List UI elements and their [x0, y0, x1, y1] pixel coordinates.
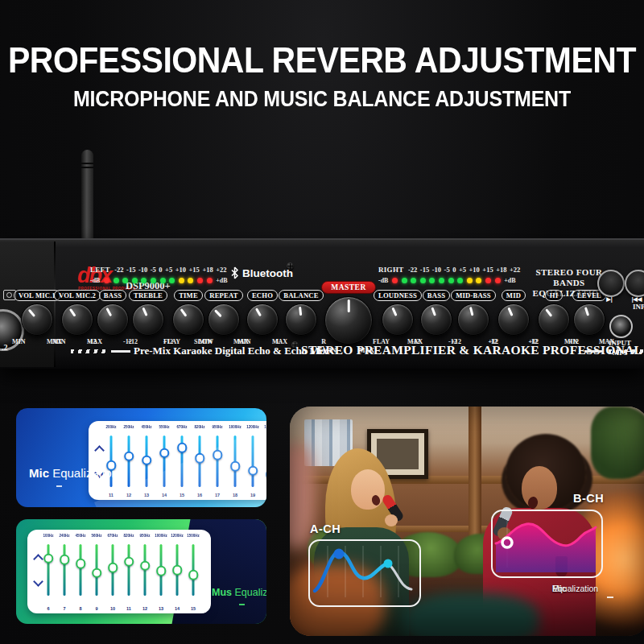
eq-band: 200Hz11	[103, 424, 119, 497]
led-indicator	[122, 278, 128, 283]
band-slider-track[interactable]	[199, 436, 201, 487]
left-edge-label: .2	[2, 343, 8, 352]
band-number: 19	[245, 493, 261, 497]
band-slider-track[interactable]	[176, 544, 179, 596]
band-slider-track[interactable]	[146, 436, 148, 487]
bluetooth-antenna	[81, 150, 93, 243]
knob-dial[interactable]	[324, 296, 373, 345]
band-slider-track[interactable]	[80, 544, 82, 596]
led-indicator	[495, 278, 501, 283]
meter-scale-label: +15	[482, 266, 493, 274]
band-slider-thumb[interactable]	[156, 566, 167, 576]
band-slider-track[interactable]	[128, 544, 130, 596]
band-slider-thumb[interactable]	[230, 461, 241, 472]
mic-eq-title: Mic Equalization	[29, 466, 118, 480]
band-slider-track[interactable]	[128, 436, 130, 487]
mic-eq-panel: 200Hz11 250Hz12 450Hz13 550Hz14 670Hz15 …	[89, 421, 266, 500]
band-slider-thumb[interactable]	[248, 465, 258, 476]
caption-rest: Equalization	[552, 584, 598, 593]
band-slider-track[interactable]	[160, 544, 163, 596]
band-slider-thumb[interactable]	[140, 561, 151, 572]
band-number: 12	[137, 606, 153, 611]
plus-db-label: +dB	[504, 277, 515, 284]
band-number: 16	[192, 493, 208, 497]
band-slider-thumb[interactable]	[159, 448, 170, 459]
meter-led-row: -dB +dB	[90, 277, 228, 284]
caption-dash	[607, 597, 613, 598]
b-channel-curve	[493, 511, 597, 572]
band-number: 17	[209, 493, 225, 497]
band-slider-thumb[interactable]	[195, 453, 205, 464]
eq-band: 670Hz10	[105, 533, 121, 611]
band-slider-track[interactable]	[64, 544, 66, 596]
led-indicator	[141, 278, 147, 283]
mp3-input-jack[interactable]	[609, 315, 633, 338]
band-slider-thumb[interactable]	[76, 559, 86, 569]
led-indicator	[188, 278, 193, 283]
band-freq-label: 1000Hz	[228, 424, 242, 428]
band-slider-thumb[interactable]	[142, 455, 152, 465]
meter-scale-label: 0	[452, 266, 456, 274]
eq-band: 550Hz14	[156, 424, 172, 497]
play-pause-button[interactable]	[597, 270, 625, 297]
band-freq-label: 450Hz	[73, 533, 88, 537]
band-slider-track[interactable]	[192, 544, 195, 596]
mus-eq-title-rest: Equalization	[232, 587, 266, 598]
knob-pointer	[214, 310, 221, 318]
knob-dial[interactable]	[246, 303, 279, 336]
band-slider-thumb[interactable]	[124, 557, 134, 568]
band-slider-thumb[interactable]	[213, 450, 223, 460]
knob-label: HI	[545, 290, 563, 301]
a-channel-curve-box	[308, 539, 421, 607]
band-slider-track[interactable]	[252, 436, 254, 487]
mus-equalization-card: 100Hz6 240Hz7 450Hz8 560Hz9 670Hz10 820H…	[16, 519, 266, 624]
band-slider-track[interactable]	[144, 544, 147, 596]
band-slider-track[interactable]	[112, 544, 114, 596]
previous-track-icon: |◀◀	[623, 296, 644, 303]
band-slider-thumb[interactable]	[188, 570, 199, 580]
knob-label: MID	[502, 290, 526, 301]
band-slider-thumb[interactable]	[172, 565, 183, 576]
band-slider-thumb[interactable]	[43, 554, 54, 564]
curve-point[interactable]	[384, 559, 393, 568]
band-slider-track[interactable]	[181, 436, 184, 487]
band-slider-track[interactable]	[47, 544, 50, 596]
knob-dial[interactable]	[497, 303, 530, 336]
knob-dial[interactable]	[382, 303, 414, 336]
band-freq-label: 950Hz	[210, 424, 225, 428]
band-slider-thumb[interactable]	[266, 469, 266, 480]
band-slider-track[interactable]	[234, 436, 237, 487]
band-slider-track[interactable]	[96, 544, 98, 596]
band-slider-thumb[interactable]	[92, 568, 102, 579]
knob-dial[interactable]	[132, 303, 164, 336]
a-channel-label: A-CH	[310, 522, 341, 535]
knob-dial[interactable]	[21, 303, 53, 336]
band-slider-thumb[interactable]	[60, 555, 70, 565]
knob-dial[interactable]	[285, 303, 317, 336]
eq-band: 670Hz15	[174, 424, 190, 497]
band-slider-track[interactable]	[217, 436, 219, 487]
band-freq-label: 1000Hz	[154, 533, 168, 537]
band-slider-thumb[interactable]	[177, 443, 188, 453]
led-indicator	[429, 278, 435, 283]
meter-channel-label: LEFT	[90, 266, 110, 274]
knob-dial[interactable]	[208, 303, 240, 336]
curve-point[interactable]	[334, 549, 345, 559]
band-slider-thumb[interactable]	[124, 451, 134, 461]
band-slider-thumb[interactable]	[108, 563, 118, 573]
previous-track-button[interactable]	[625, 270, 644, 297]
led-indicator	[457, 278, 463, 283]
mus-eq-title: Mus Equalization	[212, 587, 266, 598]
eq-band: 820Hz11	[121, 533, 137, 611]
a-channel-curve	[310, 541, 415, 601]
knob-min-label: -12	[88, 338, 97, 345]
band-slider-track[interactable]	[163, 436, 166, 487]
footer-hatch-right	[609, 349, 644, 353]
knob-dial[interactable]	[573, 303, 605, 336]
knob-pointer	[584, 307, 589, 316]
meter-led-row: -dB +dB	[378, 277, 520, 284]
knob-dial[interactable]	[457, 303, 489, 336]
band-number: 9	[89, 606, 105, 611]
led-indicator	[467, 278, 473, 283]
band-freq-label: 250Hz	[122, 424, 136, 428]
